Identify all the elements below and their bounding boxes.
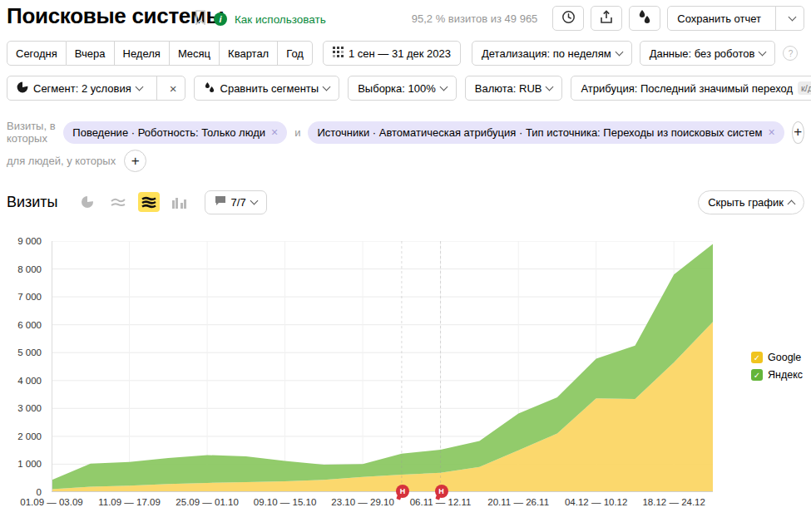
save-report-menu-toggle[interactable] [781,7,804,30]
chevron-down-icon [439,83,448,91]
compare-segments-dropdown[interactable]: Сравнить сегменты [194,76,340,101]
filter-chip-label: Источники · Автоматическая атрибуция · Т… [317,126,762,139]
remove-filter-icon[interactable]: × [768,126,774,139]
stacked-area-icon [141,196,156,209]
add-filter-button[interactable]: + [792,121,804,144]
attribution-dropdown[interactable]: Атрибуция: Последний значимый переход к/… [571,76,811,101]
tab-today[interactable]: Сегодня [7,41,67,66]
y-axis-tick: 6 000 [0,320,42,330]
attribution-label: Атрибуция: Последний значимый переход [581,82,793,95]
x-axis-tick: 06.11 — 12.11 [410,497,472,507]
filter-chip-label: Поведение · Роботность: Только люди [72,126,265,139]
chevron-down-icon [759,48,767,57]
page-title: Поисковые системы [7,3,225,29]
y-axis-tick: 8 000 [0,264,42,274]
segment-label: Сегмент: 2 условия [33,82,131,95]
tab-year[interactable]: Год [278,41,313,66]
visits-filter-label: Визиты, в которых [7,120,56,145]
chart-legend: ✓Google✓Яндекс [751,352,803,381]
legend-label: Яндекс [768,369,803,381]
x-axis: 01.09 — 03.0911.09 — 17.0925.09 — 01.100… [0,497,811,510]
x-axis-tick: 23.10 — 29.10 [331,497,393,507]
data-mode-dropdown[interactable]: Данные: без роботов [640,41,776,66]
sampling-label: Выборка: 100% [358,82,436,95]
hide-chart-label: Скрыть график [708,196,784,209]
save-report-button[interactable]: Сохранить отчет [667,6,804,31]
line-chart-icon [111,196,126,208]
y-axis-tick: 7 000 [0,292,42,302]
tab-quarter[interactable]: Квартал [220,41,278,66]
legend-item-google[interactable]: ✓Google [751,352,803,363]
attribution-badge: к/д [798,81,811,95]
chevron-down-icon [135,83,143,91]
history-button[interactable] [552,6,584,31]
save-report-label: Сохранить отчет [668,7,770,30]
column-chart-icon [172,196,186,209]
clear-segment-button[interactable]: × [162,82,185,95]
compare-drops-icon [204,81,215,96]
visits-share-text: 95,2 % визитов из 49 965 [412,12,538,25]
y-axis: 01 0002 0003 0004 0005 0006 0007 0008 00… [0,241,47,493]
date-range-button[interactable]: 1 сен — 31 дек 2023 [323,41,461,66]
legend-item-яндекс[interactable]: ✓Яндекс [751,369,803,381]
x-axis-tick: 09.10 — 15.10 [254,497,316,507]
chart-type-columns-button[interactable] [169,192,190,212]
currency-label: Валюта: RUB [475,82,542,95]
x-axis-tick: 18.12 — 24.12 [642,497,705,507]
x-axis-tick: 04.12 — 10.12 [565,497,627,507]
metric-label: Визиты [7,194,58,211]
currency-dropdown[interactable]: Валюта: RUB [465,76,563,101]
detalization-dropdown[interactable]: Детализация: по неделям [472,41,632,66]
chart-type-pie-button[interactable] [77,192,98,212]
visits-chart-region: 01 0002 0003 0004 0005 0006 0007 0008 00… [0,235,811,532]
segment-dropdown[interactable]: Сегмент: 2 условия × [7,76,185,101]
note-marker[interactable]: Н [396,485,409,498]
legend-checkbox-icon[interactable]: ✓ [751,352,763,363]
comment-icon [215,195,226,209]
sampling-dropdown[interactable]: Выборка: 100% [348,76,457,101]
y-axis-tick: 3 000 [0,403,42,413]
pie-chart-icon [81,195,94,209]
bookmark-icon[interactable] [195,10,206,28]
chevron-down-icon [615,48,623,57]
button-divider [775,7,776,30]
filter-chip-robots[interactable]: Поведение · Роботность: Только люди × [63,121,287,144]
y-axis-tick: 0 [0,487,42,497]
annotations-dropdown[interactable]: 7/7 [205,190,267,214]
filter-chip-sources[interactable]: Источники · Автоматическая атрибуция · Т… [308,121,784,144]
export-button[interactable] [591,6,622,31]
help-icon[interactable]: ? [783,46,798,61]
metrika-widgets-button[interactable] [629,6,660,31]
metrika-report-page: Поисковые системы i Как использовать 95,… [0,0,811,532]
chevron-up-icon [788,200,796,208]
note-marker[interactable]: Н [435,485,448,498]
x-axis-tick: 20.11 — 26.11 [487,497,549,507]
tab-month[interactable]: Месяц [170,41,220,66]
y-axis-tick: 1 000 [0,459,42,469]
calendar-grid-icon [333,47,344,60]
legend-label: Google [768,352,801,363]
chevron-down-icon [546,83,554,91]
tab-week[interactable]: Неделя [115,41,170,66]
hide-chart-button[interactable]: Скрыть график [698,190,804,214]
how-to-use-link[interactable]: Как использовать [235,13,326,26]
and-label: и [294,126,300,139]
x-axis-tick: 11.09 — 17.09 [98,497,161,507]
tab-yesterday[interactable]: Вчера [67,41,115,66]
info-icon: i [214,12,227,26]
compare-segments-label: Сравнить сегменты [220,82,319,95]
legend-checkbox-icon[interactable]: ✓ [751,369,763,381]
y-axis-tick: 9 000 [0,236,42,246]
button-divider [156,76,157,100]
remove-filter-icon[interactable]: × [271,126,278,139]
chevron-down-icon [250,197,258,205]
add-people-filter-button[interactable]: + [124,150,146,172]
chevron-down-icon [789,13,797,22]
two-drops-icon [637,9,652,27]
chart-type-stacked-area-button[interactable] [138,192,160,212]
export-icon [600,10,613,27]
annotations-count: 7/7 [231,196,246,209]
period-tab-group: Сегодня Вчера Неделя Месяц Квартал Год [7,41,313,66]
visits-stacked-area-chart[interactable] [52,241,713,493]
chart-type-line-button[interactable] [107,192,129,212]
